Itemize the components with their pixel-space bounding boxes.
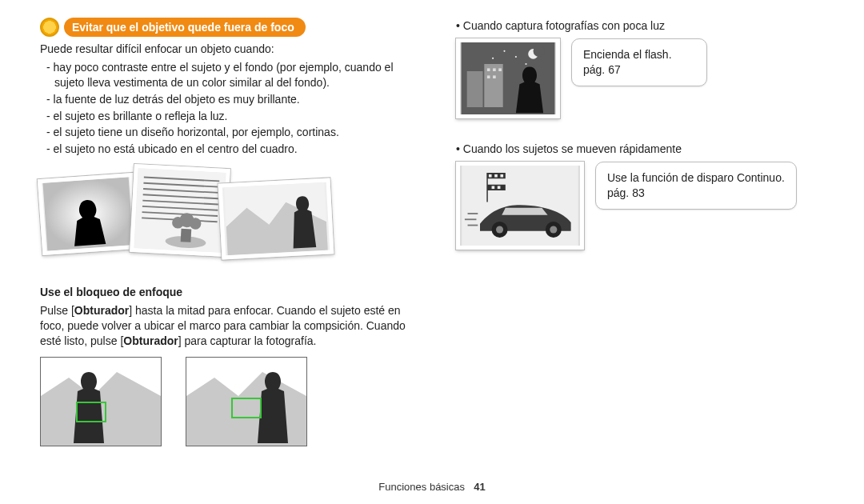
tip-photo-motion [456, 162, 584, 250]
focus-indicator [76, 402, 106, 422]
svg-rect-29 [498, 68, 502, 71]
example-photo-offcenter [218, 178, 334, 260]
svg-point-40 [496, 226, 503, 233]
svg-rect-27 [487, 68, 490, 71]
example-photo-blinds [130, 164, 230, 257]
svg-rect-28 [493, 68, 496, 71]
tip-bullet-motion: Cuando los sujetos se mueven rápidamente [456, 142, 824, 155]
case-item: el sujeto es brillante o refleja la luz. [40, 109, 408, 124]
focus-indicator [231, 398, 262, 418]
tip-bubble-flash: Encienda el flash. pág. 67 [571, 38, 707, 86]
svg-rect-11 [181, 229, 192, 242]
svg-rect-37 [492, 186, 495, 189]
svg-rect-36 [500, 174, 503, 178]
tip-list: Cuando captura fotografías con poca luz [456, 19, 824, 32]
svg-rect-25 [467, 71, 483, 107]
difficult-cases-list: hay poco contraste entre el sujeto y el … [40, 60, 408, 157]
svg-point-21 [503, 50, 505, 52]
example-photos [40, 165, 320, 269]
svg-point-20 [534, 46, 545, 57]
focus-lock-block: Use el bloqueo de enfoque Pulse [Obturad… [40, 285, 408, 446]
svg-point-23 [525, 63, 526, 65]
tip-list: Cuando los sujetos se mueven rápidamente [456, 142, 824, 155]
svg-point-42 [550, 226, 557, 233]
svg-rect-31 [493, 75, 496, 78]
intro-text: Puede resultar difícil enfocar un objeto… [40, 42, 408, 57]
svg-point-24 [492, 58, 494, 59]
svg-rect-30 [487, 75, 490, 78]
case-item: hay poco contraste entre el sujeto y el … [40, 60, 408, 90]
case-item: la fuente de luz detrás del objeto es mu… [40, 92, 408, 107]
example-photo-backlit [38, 173, 138, 255]
svg-point-22 [515, 56, 517, 58]
sun-icon [40, 18, 59, 37]
svg-rect-38 [498, 186, 501, 189]
case-item: el sujeto tiene un diseño horizontal, po… [40, 125, 408, 140]
page-footer: Funciones básicas 41 [0, 481, 864, 493]
focus-lock-text: Pulse [Obturador] hasta la mitad para en… [40, 303, 408, 349]
svg-rect-35 [494, 174, 498, 178]
tip-photo-lowlight [456, 38, 560, 118]
tip-bullet-lowlight: Cuando captura fotografías con poca luz [456, 19, 824, 32]
focus-lock-title: Use el bloqueo de enfoque [40, 285, 408, 300]
svg-rect-34 [489, 174, 492, 178]
tip-bubble-continuous: Use la función de disparo Continuo. pág.… [595, 162, 797, 210]
focus-lock-image-before [40, 357, 162, 446]
focus-lock-image-after [186, 357, 307, 446]
section-heading: Evitar que el objetivo quede fuera de fo… [64, 18, 306, 37]
case-item: el sujeto no está ubicado en el centro d… [40, 142, 408, 157]
